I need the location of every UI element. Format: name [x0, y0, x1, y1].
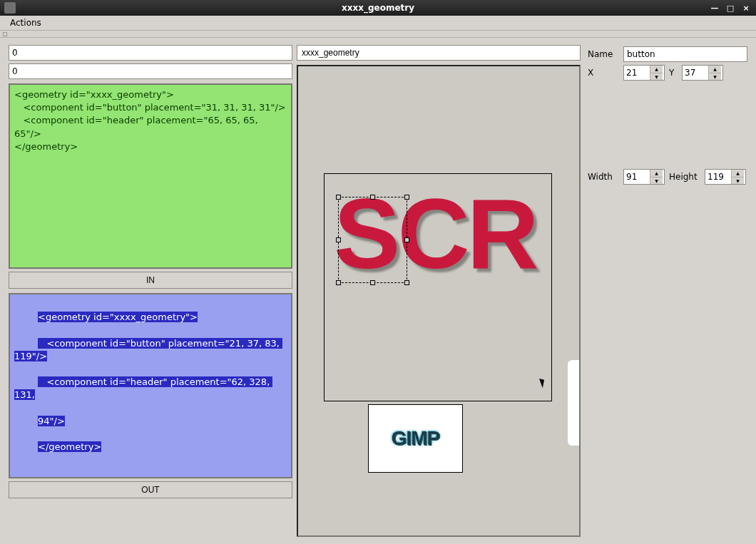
height-label: Height — [669, 172, 700, 182]
xml-out-pane[interactable]: <geometry id="xxxx_geometry"> <component… — [9, 293, 292, 478]
height-spin-down-icon[interactable]: ▼ — [732, 178, 744, 185]
x-input[interactable] — [624, 66, 650, 80]
xml-in-pane[interactable]: <geometry id="xxxx_geometry"> <component… — [9, 83, 292, 269]
resize-handle-ml[interactable] — [336, 237, 341, 242]
width-spin-down-icon[interactable]: ▼ — [650, 178, 663, 185]
window-minimize-icon[interactable]: — — [709, 4, 720, 13]
toolbar-strip — [0, 31, 756, 38]
offset-y-input[interactable] — [9, 63, 292, 79]
y-label: Y — [669, 68, 678, 78]
menu-actions[interactable]: Actions — [4, 16, 47, 29]
y-spin-up-icon[interactable]: ▲ — [709, 66, 721, 73]
height-spinner[interactable]: ▲ ▼ — [705, 169, 746, 185]
width-spinner[interactable]: ▲ ▼ — [623, 169, 665, 185]
y-input[interactable] — [683, 66, 708, 80]
window-titlebar[interactable]: xxxx_geometry — □ × — [0, 0, 756, 16]
window-maximize-icon[interactable]: □ — [725, 4, 736, 13]
offset-x-input[interactable] — [9, 45, 292, 61]
selection-rect[interactable] — [339, 197, 407, 282]
xml-out-line: <geometry id="xxxx_geometry"> — [38, 312, 198, 322]
y-spin-down-icon[interactable]: ▼ — [709, 73, 721, 81]
gimp-logo: GIMP — [392, 427, 440, 450]
geometry-name-input[interactable] — [297, 45, 581, 61]
x-label: X — [588, 68, 619, 78]
resize-handle-tc[interactable] — [370, 195, 375, 200]
out-button[interactable]: OUT — [9, 481, 292, 498]
y-spinner[interactable]: ▲ ▼ — [682, 65, 723, 81]
height-input[interactable] — [705, 170, 731, 184]
preview-canvas[interactable]: SCR GIMP — [297, 65, 581, 537]
x-spinner[interactable]: ▲ ▼ — [623, 65, 665, 81]
x-spin-up-icon[interactable]: ▲ — [650, 66, 663, 73]
gimp-thumbnail[interactable]: GIMP — [368, 404, 463, 473]
window-title: xxxx_geometry — [342, 3, 414, 13]
side-thumbnail-peek — [568, 360, 581, 446]
resize-handle-tl[interactable] — [336, 195, 341, 200]
resize-handle-mr[interactable] — [404, 237, 409, 242]
resize-handle-tr[interactable] — [404, 195, 409, 200]
x-spin-down-icon[interactable]: ▼ — [650, 73, 663, 81]
width-spin-up-icon[interactable]: ▲ — [650, 170, 663, 178]
width-input[interactable] — [624, 170, 650, 184]
width-label: Width — [588, 172, 619, 182]
toolbar-grip-icon[interactable] — [3, 32, 7, 36]
resize-handle-bc[interactable] — [370, 280, 375, 285]
name-label: Name — [588, 49, 619, 59]
window-app-icon — [4, 2, 16, 14]
height-spin-up-icon[interactable]: ▲ — [732, 170, 744, 178]
resize-handle-bl[interactable] — [336, 280, 341, 285]
resize-handle-br[interactable] — [404, 280, 409, 285]
menubar: Actions — [0, 16, 756, 31]
xml-out-line: </geometry> — [38, 441, 101, 452]
xml-out-line: <component id="button" placement="21, 37… — [14, 338, 282, 361]
component-name-input[interactable] — [623, 46, 747, 62]
xml-out-line: 94"/> — [38, 416, 65, 426]
xml-out-line: <component id="header" placement="62, 32… — [14, 376, 272, 400]
window-close-icon[interactable]: × — [740, 4, 752, 13]
in-button[interactable]: IN — [9, 272, 292, 289]
